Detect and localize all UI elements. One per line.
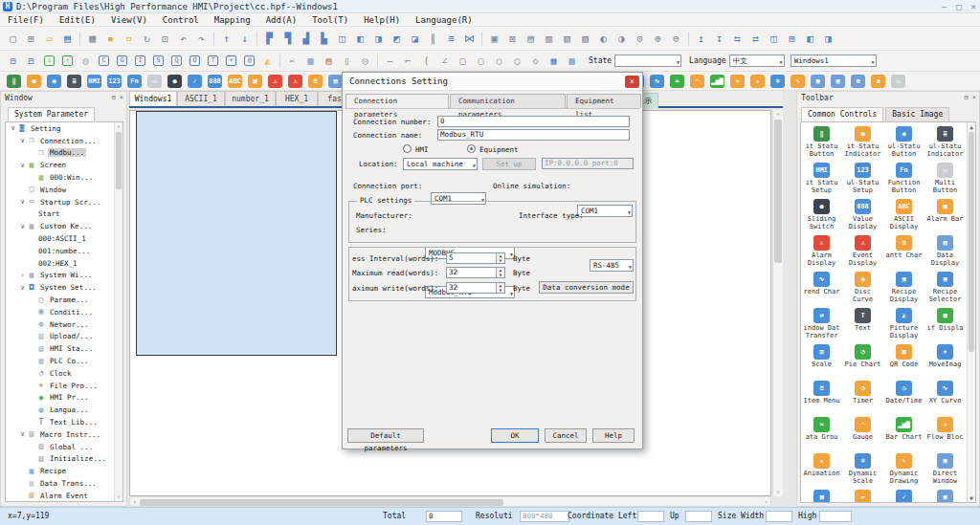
scroll-right-icon[interactable]: ›	[762, 497, 770, 506]
toolbox-item-ul-statu-setup[interactable]: 123ul-Statu Setup	[842, 161, 883, 197]
align-top-icon[interactable]: ▙	[315, 30, 333, 47]
tree-item-connection[interactable]: ∨❒Connection...	[6, 135, 122, 147]
window-select[interactable]: Windows1▼	[791, 55, 877, 67]
tree-item-file-pro[interactable]: ▪File Pro...	[6, 380, 122, 392]
toolbox-item-value-display[interactable]: 888Value Display	[842, 197, 883, 233]
align-bottom-icon[interactable]: ◧	[351, 30, 369, 47]
toolbox-item-picture-display[interactable]: ◭Picture Display	[883, 306, 924, 342]
function-button-icon[interactable]: Fn	[124, 73, 145, 90]
menu-edit-e[interactable]: Edit(E)	[52, 13, 103, 27]
move-up-icon[interactable]: ↑	[217, 30, 235, 47]
scroll-up-icon[interactable]: ˄	[115, 122, 122, 131]
canvas-vscrollbar[interactable]: ˄ ˅	[772, 110, 783, 496]
toolbox-item-text[interactable]: TText	[842, 306, 883, 342]
compile-i-icon[interactable]: I	[131, 53, 149, 70]
toolbox-item-dynamic-drawing[interactable]: ✎Dynamic Drawing	[883, 451, 924, 488]
tree-item-networ[interactable]: ◍Networ...	[6, 318, 122, 331]
menu-language-r[interactable]: Language(R)	[408, 13, 480, 27]
round-rect-tool-icon[interactable]: ▢	[472, 53, 490, 70]
bit-status-button-icon[interactable]: ‖	[4, 73, 24, 90]
check-list-icon[interactable]: ✓	[185, 73, 205, 90]
scroll-left-icon[interactable]: ‹	[130, 497, 139, 506]
toolbox-item-data-display[interactable]: ▤Data Display	[924, 233, 966, 270]
tree-scrollbar[interactable]: ˄ ˅	[114, 122, 122, 501]
direct-window-icon[interactable]: ▣	[808, 73, 828, 90]
doc-tab-hex-1[interactable]: HEX_1	[276, 91, 318, 106]
line-tool-icon[interactable]: —	[381, 53, 399, 70]
tree-item-000-ascii-1[interactable]: 000:ASCII_1	[6, 232, 122, 245]
toolbox-item-alarm-display[interactable]: ⚠Alarm Display	[801, 233, 842, 270]
flip-vertical-icon[interactable]: ◑	[612, 30, 631, 47]
toolbox-item-antt-char[interactable]: ≡antt Char	[883, 233, 924, 270]
toolbox-scrollbar[interactable]: ▲ ▼	[967, 122, 975, 502]
simulate-s-icon[interactable]: S	[149, 53, 167, 70]
tab-system-parameter[interactable]: System Parameter	[8, 107, 95, 121]
toolbox-item-bar-chart[interactable]: ▂▅▇Bar Chart	[883, 415, 924, 451]
state-select[interactable]: ▼	[614, 55, 681, 67]
value-display-icon[interactable]: 888	[205, 73, 225, 90]
save-icon[interactable]: ▤	[58, 30, 77, 47]
toolbox-item-gauge[interactable]: ◠Gauge	[842, 415, 883, 451]
sort-up-icon[interactable]: ↥	[692, 30, 710, 47]
language-select[interactable]: 中文▼	[729, 55, 785, 67]
tree-item-custom-ke[interactable]: ∨▦Custom Ke...	[6, 220, 122, 232]
same-size-icon[interactable]: ◪	[406, 30, 424, 47]
undo-icon[interactable]: ↶	[174, 30, 192, 47]
toolbox-item-timer[interactable]: ◔Timer	[842, 379, 883, 415]
add-object-icon[interactable]: +	[222, 53, 240, 70]
bit-status-indicator-icon[interactable]: ●	[24, 73, 44, 90]
download-window-icon[interactable]: ⊕	[848, 73, 868, 90]
toolbox-item-if-displa[interactable]: ▦if Displa	[924, 306, 966, 342]
hmi-offline-icon[interactable]: ⊟	[4, 53, 22, 70]
table-tool-2-icon[interactable]: ▥	[563, 53, 581, 70]
tree-item-upload[interactable]: ▤Upload/...	[6, 331, 122, 343]
dynamic-scale-icon[interactable]: ❄	[768, 73, 788, 90]
tree-item-plc-co[interactable]: ▥PLC Co...	[6, 355, 122, 367]
tree-item-startup-scr[interactable]: ∨▭Startup Scr...	[6, 196, 122, 208]
toolbox-item-ul-statu-button[interactable]: ◉ul-Statu Button	[883, 124, 924, 161]
unlock-icon[interactable]: ▫	[120, 30, 138, 47]
default-parameters-button[interactable]: Default parameters	[347, 428, 424, 443]
group-icon[interactable]: ▣	[485, 30, 503, 47]
redo-icon[interactable]: ↷	[192, 30, 211, 47]
tree-item-002-hex-1[interactable]: 002:HEX_1	[6, 257, 122, 270]
split-window-icon[interactable]: ◫	[765, 30, 783, 47]
doc-tab-ascii-1[interactable]: ASCII_1	[177, 91, 225, 106]
connection-number-input[interactable]: 0	[437, 116, 630, 127]
tree-item-global[interactable]: ▤Global ...	[6, 441, 122, 453]
rotate-icon[interactable]: ↻	[138, 30, 156, 47]
swap-right-icon[interactable]: ⇄	[746, 30, 765, 47]
scroll-down-icon[interactable]: ˅	[773, 488, 783, 496]
hmi-online-icon[interactable]: ⊟	[22, 53, 40, 70]
upload-icon[interactable]: ⇑	[58, 53, 77, 70]
mul-status-button-icon[interactable]: ◉	[44, 73, 64, 90]
tree-item-parame[interactable]: ▢Parame...	[6, 294, 122, 306]
close-icon[interactable]: ✕	[120, 92, 123, 104]
toolbox-item-rend-char[interactable]: ∿rend Char	[801, 270, 842, 306]
toolbox-item-disc-curve[interactable]: ◉Disc Curve	[842, 270, 883, 306]
address-at-icon[interactable]: @	[240, 53, 258, 70]
tree-item-window[interactable]: ▢Window	[6, 184, 122, 196]
find-text-icon[interactable]: ◎	[356, 53, 374, 70]
interval-input[interactable]: 5 ▲▼	[446, 252, 505, 264]
toolbox-item-pie-chart[interactable]: ◔Pie Chart	[842, 342, 883, 379]
toolbox-item-scale[interactable]: ▥Scale	[801, 342, 842, 379]
scroll-up-icon[interactable]: ˄	[773, 110, 783, 119]
radio-hmi[interactable]	[403, 144, 412, 153]
dynamic-drawing-icon[interactable]: ✎	[788, 73, 808, 90]
data-group-icon[interactable]: ≈	[667, 73, 687, 90]
spinner-icon[interactable]: ▲▼	[496, 253, 504, 263]
new-window-icon[interactable]: ⊞	[22, 30, 40, 47]
toolbox-item-indow-dat-transfer[interactable]: ⇄indow Dat Transfer	[801, 306, 842, 342]
polyline-tool-icon[interactable]: ⌐	[399, 53, 417, 70]
tree-item-001-numbe[interactable]: 001:numbe...	[6, 245, 122, 257]
toolbox-item-it-statu-button[interactable]: ‖it Statu Button	[801, 124, 842, 161]
compile-c-icon[interactable]: C	[95, 53, 113, 70]
multi-button-icon[interactable]: ▭	[145, 73, 165, 90]
toolbox-item-ascii-display[interactable]: ABCASCII Display	[883, 197, 924, 233]
distribute-icon[interactable]: ⋈	[460, 30, 479, 47]
connection-name-input[interactable]: Modbus_RTU	[437, 129, 630, 141]
help-button[interactable]: Help	[592, 428, 635, 443]
tree-item-hmi-pr[interactable]: ◉HMI Pr...	[6, 392, 122, 405]
form-edit-icon[interactable]: ▭	[888, 73, 908, 90]
